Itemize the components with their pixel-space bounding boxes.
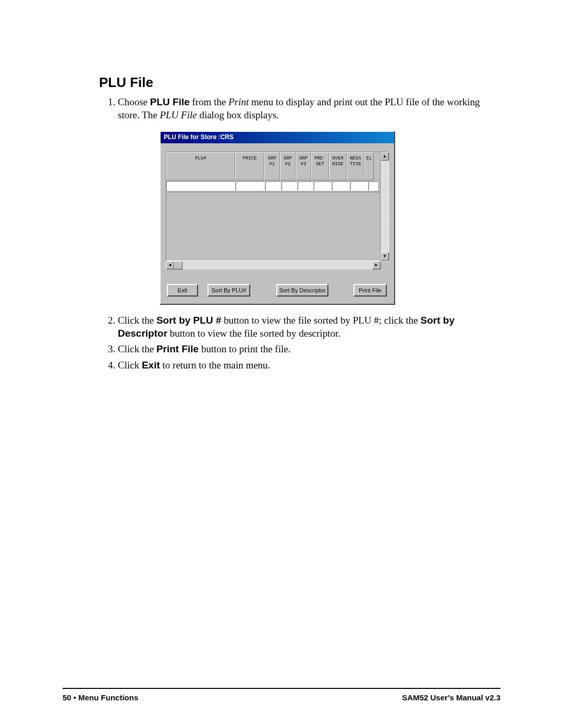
horizontal-scrollbar[interactable]: ◄ ► (166, 261, 381, 269)
footer-rule (63, 688, 500, 689)
input-grp1[interactable] (265, 181, 281, 191)
input-plu[interactable] (166, 181, 235, 191)
grid-data-area (166, 192, 380, 261)
step-2: Click the Sort by PLU # button to view t… (118, 314, 500, 340)
sort-by-descriptor-button[interactable]: Sort By Descriptor (276, 284, 328, 297)
input-grp2[interactable] (282, 181, 297, 191)
col-price: PRICE (235, 152, 264, 180)
scroll-up-icon[interactable]: ▲ (381, 152, 389, 161)
grid-input-row (166, 181, 380, 191)
input-preset[interactable] (314, 181, 332, 191)
input-override[interactable] (332, 181, 350, 191)
print-file-button[interactable]: Print File (353, 284, 387, 297)
grid-header-row: PLU# PRICE GRP #1 GRP #2 GRP #3 PRE- SET… (166, 152, 380, 180)
scroll-left-icon[interactable]: ◄ (166, 261, 174, 269)
instruction-list: Choose PLU File from the Print menu to d… (99, 96, 500, 372)
col-el: EL (364, 152, 374, 180)
dialog-titlebar: PLU File for Store :CRS (161, 132, 394, 143)
vertical-scrollbar[interactable]: ▲ ▼ (380, 152, 388, 261)
section-heading: PLU File (99, 75, 500, 91)
plu-file-dialog: PLU File for Store :CRS PLU# PRICE GRP #… (160, 131, 395, 305)
col-negative: NEGA TIVE (347, 152, 364, 180)
step-1: Choose PLU File from the Print menu to d… (118, 96, 500, 305)
footer-right: SAM52 User's Manual v2.3 (402, 693, 500, 702)
col-grp2: GRP #2 (280, 152, 296, 180)
input-negative[interactable] (350, 181, 368, 191)
col-grp3: GRP #3 (296, 152, 311, 180)
col-grp1: GRP #1 (264, 152, 280, 180)
data-grid: PLU# PRICE GRP #1 GRP #2 GRP #3 PRE- SET… (166, 152, 389, 261)
scroll-thumb[interactable] (174, 261, 182, 269)
sort-by-plu-button[interactable]: Sort By PLU# (207, 284, 250, 297)
scroll-right-icon[interactable]: ► (372, 261, 381, 269)
footer-left: 50 • Menu Functions (63, 693, 138, 702)
col-override: OVER RIDE (329, 152, 347, 180)
col-plu: PLU# (166, 152, 235, 180)
step-4: Click Exit to return to the main menu. (118, 359, 500, 372)
scroll-down-icon[interactable]: ▼ (381, 252, 389, 261)
page-footer: 50 • Menu Functions SAM52 User's Manual … (63, 693, 500, 702)
input-el[interactable] (369, 181, 378, 191)
exit-button[interactable]: Exit (167, 284, 198, 297)
step-3: Click the Print File button to print the… (118, 343, 500, 356)
input-price[interactable] (236, 181, 265, 191)
input-grp3[interactable] (298, 181, 313, 191)
col-preset: PRE- SET (311, 152, 329, 180)
